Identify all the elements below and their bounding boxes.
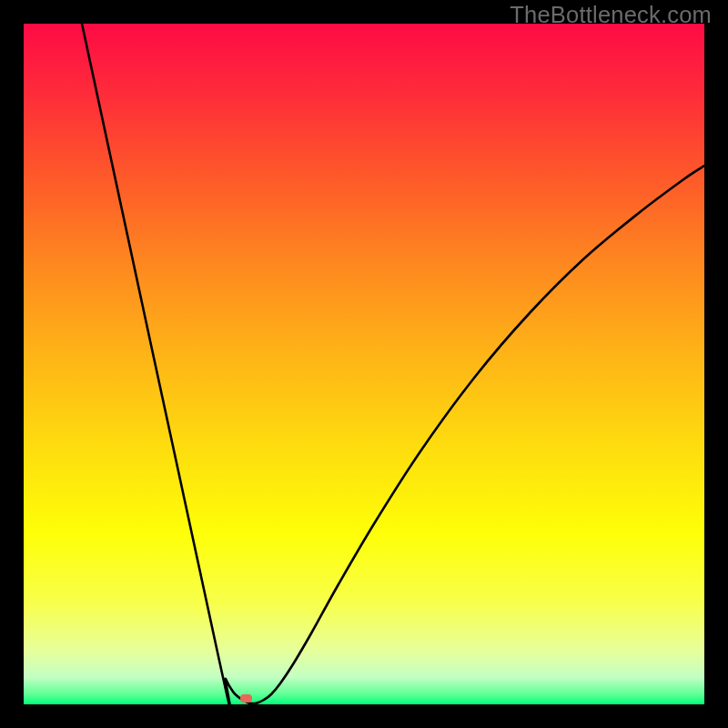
minimum-marker [240,694,252,703]
bottleneck-curve [24,24,704,704]
chart-plot-area [24,24,704,704]
